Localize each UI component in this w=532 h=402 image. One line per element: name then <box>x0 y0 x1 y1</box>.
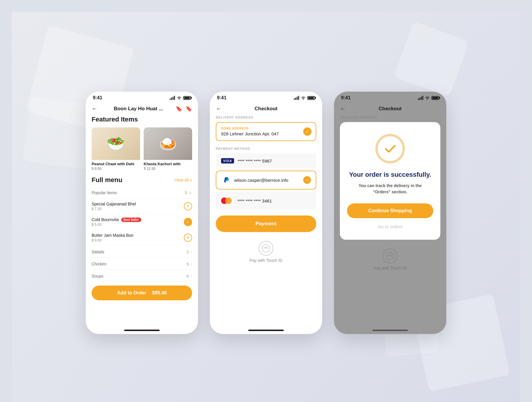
touch-id-section-3: Pay with Touch ID <box>340 246 440 273</box>
status-time-2: 9:41 <box>217 95 226 100</box>
bookmark-icon[interactable]: 🔖 <box>186 106 192 112</box>
payment-button[interactable]: Payment <box>216 215 316 232</box>
checkout-title-3: Checkout <box>349 106 431 112</box>
delivery-address-label-2: DELIVERY ADDRESS <box>216 116 316 119</box>
payment-section: VISA **** **** **** 5967 wilson.casper@b… <box>216 153 316 210</box>
restaurant-title: Boon Lay Ho Huat ... <box>101 106 176 112</box>
phone3-header: ← Checkout <box>334 103 446 116</box>
checkout-title-2: Checkout <box>225 106 307 112</box>
menu-item-price-3: $ 9.50 <box>92 238 134 242</box>
svg-point-0 <box>262 244 270 252</box>
delivery-address-label-3: DELIVERY ADDRESS <box>340 116 440 119</box>
food-card-price-1: $ 9.50 <box>92 167 140 171</box>
menu-item-price-2: $ 5.00 <box>92 223 141 227</box>
home-address-label: HOME ADDRESS <box>221 127 311 130</box>
address-card: HOME ADDRESS 928 Lehner Junction Apt. 04… <box>216 122 316 141</box>
soups-chevron: › <box>191 273 192 279</box>
featured-title: Featured Items <box>92 116 192 123</box>
svg-point-2 <box>386 252 394 260</box>
back-button-2[interactable]: ← <box>216 105 225 112</box>
paypal-payment-option[interactable]: wilson.casper@bernice.info ✓ <box>216 171 316 189</box>
visa-card-number: **** **** **** 5967 <box>238 158 311 163</box>
mastercard-number: **** **** **** 3461 <box>238 198 311 203</box>
phone-restaurant: 9:41 ← Boon Lay Ho Huat ... <box>86 92 198 334</box>
paypal-logo <box>221 175 231 185</box>
phone2-content: DELIVERY ADDRESS HOME ADDRESS 928 Lehner… <box>210 116 322 327</box>
full-menu-header: Full menu View all » <box>92 176 192 184</box>
continue-shopping-button[interactable]: Continue Shopping <box>347 203 433 218</box>
popular-section: Popular items 3 ∨ Special Gajananad Bhel… <box>92 187 192 246</box>
signal-icon-3 <box>418 96 423 100</box>
touch-id-label-2: Pay with Touch ID <box>249 258 283 263</box>
popular-header[interactable]: Popular items 3 ∨ <box>92 187 192 199</box>
success-subtitle: You can track the delivery in the "Order… <box>359 183 422 195</box>
status-icons-1 <box>170 96 191 100</box>
phone2-header: ← Checkout <box>210 103 322 116</box>
battery-icon-3 <box>432 96 439 100</box>
home-indicator-1 <box>124 330 160 331</box>
back-button-3[interactable]: ← <box>340 105 349 112</box>
food-card-2: 🍛 Khasta Kachori with $ 12.50 <box>144 127 192 171</box>
menu-item-price-1: $ 7.20 <box>92 207 136 211</box>
wifi-icon-1 <box>176 96 182 100</box>
battery-icon-1 <box>183 96 191 100</box>
mastercard-logo <box>221 197 234 205</box>
bg-decoration-5 <box>394 21 469 97</box>
battery-icon-2 <box>307 96 315 100</box>
mastercard-payment-option[interactable]: **** **** **** 3461 <box>216 192 316 210</box>
food-card-price-2: $ 12.50 <box>144 167 192 171</box>
add-to-order-button[interactable]: Add to Order $95.40 <box>92 286 192 300</box>
chicken-section: Chicken 5 › <box>92 258 192 270</box>
featured-images: 🥗 Peanut Chaat with Dahi $ 9.50 🍛 Khasta… <box>92 127 192 171</box>
popular-count: 3 ∨ <box>185 190 192 195</box>
add-button-1[interactable]: + <box>184 202 192 210</box>
food-card-name-1: Peanut Chaat with Dahi <box>92 162 140 166</box>
success-title: Your order is successfully. <box>349 171 431 179</box>
signal-icon-1 <box>170 96 175 100</box>
salads-chevron: › <box>191 249 192 255</box>
home-indicator-2 <box>248 330 284 331</box>
menu-item-2: Cold Bournvita Best Seller $ 5.00 ✓ <box>92 214 192 230</box>
signal-icon-2 <box>294 96 299 100</box>
address-check-icon: ✓ <box>303 127 312 136</box>
phone1-header: ← Boon Lay Ho Huat ... 🔖 🔖 <box>86 103 198 116</box>
food-image-1: 🥗 <box>92 127 140 160</box>
salads-label: Salads <box>92 249 104 254</box>
status-icons-2 <box>294 96 315 100</box>
menu-item-3: Butter Jam Maska Bun $ 9.50 + <box>92 230 192 246</box>
salads-header[interactable]: Salads 2 › <box>92 246 192 258</box>
menu-item-name-1: Special Gajananad Bhel <box>92 202 136 206</box>
address-text: 928 Lehner Junction Apt. 047 <box>221 131 311 136</box>
view-all-link[interactable]: View all » <box>174 178 192 182</box>
touch-id-section-2: Pay with Touch ID <box>216 238 316 266</box>
background: 9:41 ← Boon Lay Ho Huat ... <box>12 12 520 402</box>
salads-section: Salads 2 › <box>92 246 192 258</box>
soups-header[interactable]: Soups 6 › <box>92 270 192 282</box>
touch-id-icon-3[interactable] <box>383 249 398 263</box>
payment-method-label: PAYMENT METHOD <box>216 147 316 150</box>
popular-chevron: ∨ <box>189 190 192 195</box>
success-card: Your order is successfully. You can trac… <box>340 122 440 240</box>
chicken-header[interactable]: Chicken 5 › <box>92 258 192 270</box>
back-button-1[interactable]: ← <box>92 105 101 112</box>
touch-id-icon-2[interactable] <box>259 241 273 256</box>
status-time-3: 9:41 <box>341 95 351 100</box>
visa-payment-option[interactable]: VISA **** **** **** 5967 <box>216 153 316 168</box>
visa-logo: VISA <box>221 158 234 163</box>
touch-id-label-3: Pay with Touch ID <box>374 266 407 270</box>
chicken-chevron: › <box>191 261 192 267</box>
food-image-2: 🍛 <box>144 127 192 160</box>
chicken-label: Chicken <box>92 262 107 266</box>
menu-item-name-3: Butter Jam Maska Bun <box>92 233 134 238</box>
go-to-orders-button[interactable]: Go to orders <box>378 222 402 231</box>
phone-checkout: 9:41 ← Checkout <box>210 92 322 334</box>
share-icon[interactable]: 🔖 <box>176 106 182 112</box>
full-menu-title: Full menu <box>92 176 122 184</box>
add-button-3[interactable]: + <box>184 234 192 242</box>
best-seller-badge: Best Seller <box>121 218 141 222</box>
paypal-check-icon: ✓ <box>303 176 311 184</box>
check-button-2[interactable]: ✓ <box>184 218 192 226</box>
wifi-icon-3 <box>425 96 430 100</box>
phone3-content: DELIVERY ADDRESS Your order is successfu… <box>334 116 446 327</box>
food-card-name-2: Khasta Kachori with <box>144 162 192 166</box>
